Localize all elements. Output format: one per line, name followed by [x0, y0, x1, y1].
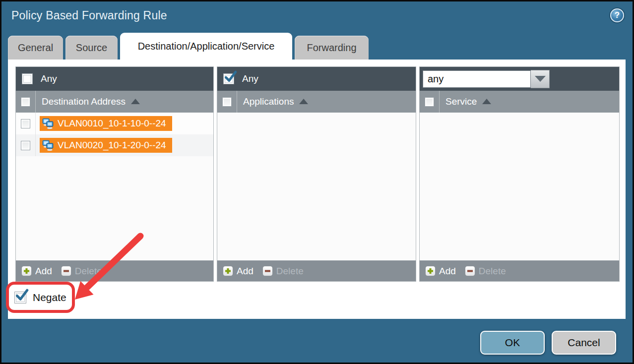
applications-any-label: Any — [242, 73, 258, 84]
negate-checkbox[interactable] — [14, 292, 26, 303]
negate-label: Negate — [33, 292, 66, 303]
row-checkbox-cell — [16, 113, 36, 134]
service-dropdown-button[interactable] — [531, 70, 550, 88]
tab-destination-application-service[interactable]: Destination/Application/Service — [120, 33, 292, 60]
delete-label: Delete — [479, 266, 506, 277]
service-column-label: Service — [445, 96, 477, 107]
applications-panel: Any Applications Add — [217, 66, 416, 282]
help-glyph: ? — [615, 10, 620, 20]
cancel-button[interactable]: Cancel — [552, 331, 616, 355]
row-checkbox-cell — [16, 134, 36, 156]
minus-icon — [61, 266, 71, 276]
address-object-label: VLAN0020_10-1-20-0--24 — [58, 140, 166, 151]
destination-any-header: Any — [16, 67, 213, 91]
plus-icon — [21, 266, 32, 276]
service-select-all-checkbox[interactable] — [425, 97, 434, 107]
panels-row: Any Destination Address — [15, 66, 620, 282]
negate-highlight-annotation: Negate — [6, 282, 75, 313]
add-label: Add — [35, 266, 52, 277]
service-any-header: any — [420, 67, 619, 91]
add-label: Add — [439, 266, 456, 277]
destination-list: VLAN0010_10-1-10-0--24 — [16, 113, 213, 260]
service-column-header[interactable]: Service — [420, 91, 619, 113]
service-dropdown-value[interactable]: any — [423, 70, 531, 88]
network-address-icon — [42, 118, 54, 129]
row-checkbox[interactable] — [21, 141, 30, 150]
applications-select-all-cell — [217, 91, 237, 113]
network-address-icon — [42, 140, 54, 151]
delete-label: Delete — [276, 266, 304, 277]
sort-ascending-icon — [299, 99, 308, 104]
tab-bar: General Source Destination/Application/S… — [8, 33, 369, 60]
sort-ascending-icon — [131, 99, 140, 104]
plus-icon — [425, 266, 436, 276]
table-row: VLAN0020_10-1-20-0--24 — [16, 134, 213, 156]
applications-any-checkbox[interactable] — [223, 73, 234, 84]
applications-list — [217, 113, 416, 260]
add-button[interactable]: Add — [21, 266, 52, 277]
dialog-title: Policy Based Forwarding Rule — [11, 9, 167, 22]
add-button[interactable]: Add — [425, 266, 456, 277]
checkmark-icon — [224, 71, 237, 84]
tab-source[interactable]: Source — [65, 36, 118, 60]
row-checkbox[interactable] — [21, 119, 30, 128]
tab-forwarding[interactable]: Forwarding — [295, 36, 369, 60]
destination-address-panel: Any Destination Address — [15, 66, 214, 282]
destination-any-checkbox[interactable] — [22, 73, 33, 84]
destination-select-all-cell — [16, 91, 36, 113]
applications-select-all-checkbox[interactable] — [222, 97, 232, 107]
pbf-rule-dialog: Policy Based Forwarding Rule ? General S… — [0, 0, 634, 364]
service-select-all-cell — [420, 91, 440, 113]
tab-content: Any Destination Address — [8, 60, 626, 319]
minus-icon — [262, 266, 273, 276]
destination-toolbar: Add Delete — [16, 260, 213, 281]
add-label: Add — [237, 266, 254, 277]
delete-button[interactable]: Delete — [262, 266, 304, 277]
chevron-down-icon — [535, 76, 546, 82]
address-object-chip[interactable]: VLAN0020_10-1-20-0--24 — [40, 138, 172, 153]
applications-any-header: Any — [217, 67, 416, 91]
applications-column-header[interactable]: Applications — [217, 91, 416, 113]
destination-column-header[interactable]: Destination Address — [16, 91, 213, 113]
service-dropdown: any — [423, 70, 550, 88]
destination-any-label: Any — [41, 73, 57, 84]
service-toolbar: Add Delete — [420, 260, 619, 281]
applications-column-label: Applications — [243, 96, 294, 107]
checkmark-icon — [15, 289, 28, 303]
ok-button[interactable]: OK — [480, 331, 545, 355]
tab-general[interactable]: General — [8, 36, 63, 60]
delete-button[interactable]: Delete — [61, 266, 102, 277]
help-icon[interactable]: ? — [610, 8, 624, 22]
service-panel: any Service — [419, 66, 620, 282]
delete-button[interactable]: Delete — [465, 266, 506, 277]
destination-column-label: Destination Address — [42, 96, 126, 107]
address-object-chip[interactable]: VLAN0010_10-1-10-0--24 — [40, 116, 172, 131]
sort-ascending-icon — [482, 99, 491, 104]
address-object-label: VLAN0010_10-1-10-0--24 — [58, 118, 166, 129]
minus-icon — [465, 266, 475, 276]
destination-select-all-checkbox[interactable] — [21, 97, 30, 107]
plus-icon — [223, 266, 233, 276]
add-button[interactable]: Add — [223, 266, 254, 277]
applications-toolbar: Add Delete — [217, 260, 416, 281]
table-row: VLAN0010_10-1-10-0--24 — [16, 113, 213, 134]
service-list — [420, 113, 619, 260]
delete-label: Delete — [75, 266, 102, 277]
